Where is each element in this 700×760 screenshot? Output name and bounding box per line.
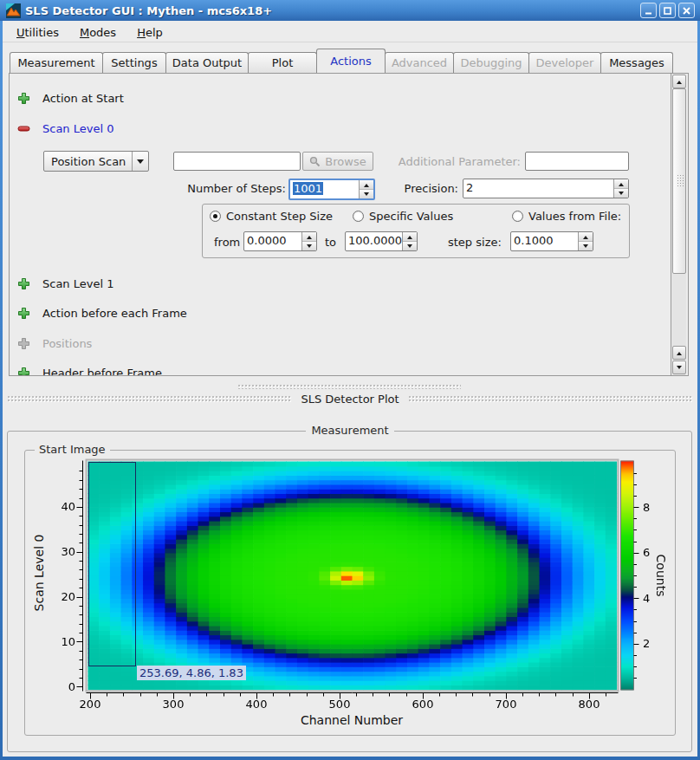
app-window: SLS Detector GUI : Mythen - mcs6x18+ Uti…	[0, 0, 700, 760]
splitter-handle[interactable]	[237, 384, 461, 389]
step-size-value: 0.1000	[511, 232, 578, 250]
expand-plus-icon[interactable]	[17, 277, 30, 290]
spin-up-button[interactable]	[403, 232, 417, 242]
scrollbar-thumb[interactable]	[672, 88, 686, 274]
action-before-frame-row[interactable]: Action before each Frame	[17, 305, 187, 321]
tab-measurement[interactable]: Measurement	[10, 52, 103, 73]
vertical-scrollbar[interactable]	[671, 74, 686, 375]
tab-developer: Developer	[528, 52, 601, 73]
collapse-minus-icon[interactable]	[17, 122, 30, 135]
step-mode-groupbox: Constant Step Size Specific Values Value…	[202, 204, 630, 258]
radio-constant-step-size[interactable]	[210, 211, 221, 222]
y-axis-title: Scan Level 0	[32, 521, 46, 625]
app-logo-icon	[6, 3, 21, 18]
additional-parameter-label: Additional Parameter:	[382, 155, 521, 169]
colorbar-title: Counts	[654, 525, 668, 626]
step-size-label: step size:	[448, 236, 502, 250]
browse-button: Browse	[302, 152, 373, 171]
measurement-group-title: Measurement	[0, 424, 700, 437]
scan-level-0-label[interactable]: Scan Level 0	[42, 122, 113, 135]
header-before-frame-label[interactable]: Header before Frame	[42, 367, 162, 377]
spin-up-button[interactable]	[579, 232, 593, 242]
tab-data-output[interactable]: Data Output	[165, 52, 249, 73]
scan-mode-select[interactable]: Position Scan	[43, 151, 149, 172]
positions-row: Positions	[17, 335, 92, 351]
spin-down-button[interactable]	[614, 189, 628, 198]
dock-texture	[7, 395, 292, 402]
number-of-steps-label: Number of Steps:	[165, 182, 286, 196]
magnifier-icon	[309, 156, 321, 167]
to-value: 100.0000	[346, 232, 402, 250]
action-at-start-row[interactable]: Action at Start	[17, 90, 124, 106]
from-label: from	[214, 236, 240, 250]
browse-button-label: Browse	[325, 155, 366, 168]
positions-label: Positions	[42, 337, 92, 350]
tab-messages[interactable]: Messages	[600, 52, 673, 73]
expand-plus-icon[interactable]	[17, 92, 30, 105]
spin-down-button[interactable]	[403, 242, 417, 250]
radio-values-from-file[interactable]	[512, 211, 523, 222]
tab-advanced: Advanced	[385, 52, 454, 73]
radio-values-from-file-label[interactable]: Values from File:	[528, 210, 621, 224]
tab-actions[interactable]: Actions	[316, 49, 386, 73]
maximize-button[interactable]	[659, 3, 676, 18]
step-size-spinbox[interactable]: 0.1000	[510, 231, 593, 251]
radio-specific-values-label[interactable]: Specific Values	[369, 210, 453, 224]
scan-mode-value: Position Scan	[44, 155, 132, 168]
radio-specific-values[interactable]	[353, 211, 364, 222]
number-of-steps-value: 1001	[293, 182, 323, 195]
close-button[interactable]	[678, 3, 695, 18]
chevron-down-icon	[137, 159, 144, 167]
action-before-frame-label[interactable]: Action before each Frame	[42, 307, 187, 320]
header-before-frame-row[interactable]: Header before Frame	[17, 365, 162, 376]
spin-down-button[interactable]	[302, 242, 316, 250]
plot-coordinates-tooltip: 253.69, 4.86, 1.83	[137, 666, 246, 680]
scan-level-1-row[interactable]: Scan Level 1	[17, 276, 113, 291]
scan-level-0-row[interactable]: Scan Level 0	[17, 120, 113, 136]
tab-debugging: Debugging	[453, 52, 529, 73]
precision-spinbox[interactable]: 2	[463, 179, 629, 198]
titlebar[interactable]: SLS Detector GUI : Mythen - mcs6x18+	[0, 0, 700, 21]
from-value: 0.0000	[244, 232, 301, 250]
arrow-up-icon	[677, 78, 682, 84]
precision-label: Precision:	[347, 182, 458, 196]
menu-utilities[interactable]: Utilities	[8, 24, 68, 41]
scan-script-input[interactable]	[173, 152, 301, 171]
plot-dock-titlebar[interactable]: SLS Detector Plot	[7, 392, 693, 406]
tab-plot[interactable]: Plot	[248, 52, 317, 73]
precision-value: 2	[463, 179, 613, 198]
action-at-start-label[interactable]: Action at Start	[42, 92, 124, 105]
scroll-up-button-bottom[interactable]	[672, 346, 686, 360]
to-label: to	[325, 236, 336, 250]
expand-plus-icon[interactable]	[17, 367, 30, 377]
menubar: Utilities Modes Help	[3, 23, 697, 42]
menu-help[interactable]: Help	[128, 24, 172, 41]
arrow-up-icon	[677, 349, 682, 355]
additional-parameter-input[interactable]	[525, 152, 629, 171]
scroll-up-button[interactable]	[672, 75, 686, 88]
start-image-group-title: Start Image	[35, 443, 110, 456]
tabbar: MeasurementSettingsData OutputPlotAction…	[10, 52, 673, 73]
expand-plus-disabled-icon	[17, 337, 30, 350]
spin-down-button[interactable]	[579, 242, 593, 250]
scroll-down-button[interactable]	[672, 361, 686, 374]
minimize-button[interactable]	[640, 3, 657, 18]
menu-modes[interactable]: Modes	[71, 24, 125, 41]
actions-panel: Action at Start Scan Level 0 Position Sc…	[9, 73, 689, 376]
plot-dock-title: SLS Detector Plot	[301, 393, 399, 406]
radio-constant-step-size-label[interactable]: Constant Step Size	[226, 210, 333, 224]
window-title: SLS Detector GUI : Mythen - mcs6x18+	[25, 4, 640, 17]
scan-level-1-label[interactable]: Scan Level 1	[42, 277, 113, 290]
spin-up-button[interactable]	[302, 232, 316, 242]
combo-dropdown-button[interactable]	[132, 152, 148, 171]
tab-settings[interactable]: Settings	[102, 52, 166, 73]
expand-plus-icon[interactable]	[17, 307, 30, 320]
to-spinbox[interactable]: 100.0000	[345, 231, 418, 251]
spin-up-button[interactable]	[614, 179, 628, 189]
from-spinbox[interactable]: 0.0000	[243, 231, 317, 251]
x-axis-title: Channel Number	[92, 713, 612, 727]
arrow-down-icon	[677, 366, 682, 372]
dock-texture	[408, 395, 693, 402]
